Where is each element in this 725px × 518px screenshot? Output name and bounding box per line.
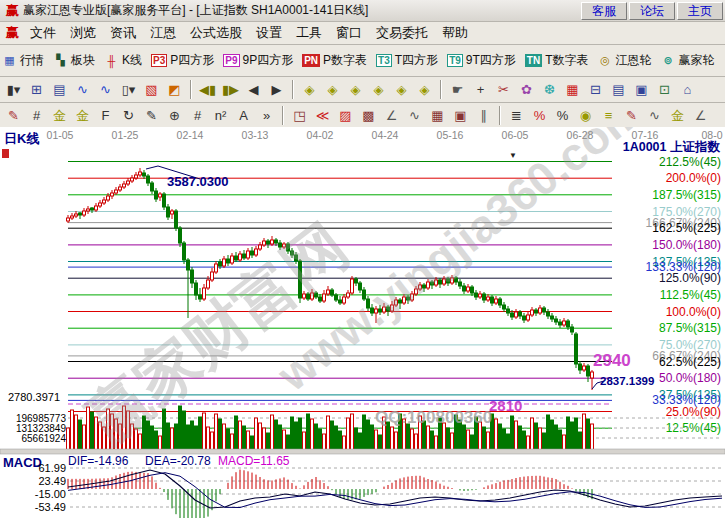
percent-line-icon[interactable]: %: [529, 105, 550, 125]
volume-bar-2: [75, 415, 78, 450]
system-icon[interactable]: ⌂: [677, 80, 698, 100]
spiral-icon[interactable]: ↻: [118, 105, 139, 125]
calendar-icon[interactable]: ▦: [562, 80, 583, 100]
time-cycle-icon[interactable]: ⊕: [164, 105, 185, 125]
percent-icon[interactable]: %: [552, 105, 573, 125]
zoom-tool-4-icon[interactable]: ◈: [368, 80, 389, 100]
window-split-icon[interactable]: ⊞: [26, 80, 47, 100]
toolbar-item-t-number-table[interactable]: TNT数字表: [525, 52, 589, 69]
more-tools-icon[interactable]: »: [256, 105, 277, 125]
n-square-icon[interactable]: n²: [210, 105, 231, 125]
prev-bar-icon[interactable]: ◀: [243, 80, 264, 100]
menu-item-1[interactable]: 浏览: [63, 22, 103, 44]
ladder-icon[interactable]: #: [26, 105, 47, 125]
grid-tool-icon[interactable]: #: [187, 105, 208, 125]
shape-tool-icon[interactable]: ✿: [516, 80, 537, 100]
parallel-lines-icon[interactable]: ∥: [473, 105, 494, 125]
date-label-5: 04-24: [372, 129, 399, 141]
zoom-tool-2-icon[interactable]: ◈: [322, 80, 343, 100]
trend-chart-icon[interactable]: ∿: [72, 80, 93, 100]
menu-item-4[interactable]: 公式选股: [183, 22, 249, 44]
candle-body-100: [467, 287, 470, 291]
save-icon[interactable]: ▣: [631, 80, 652, 100]
zoom-tool-6-icon[interactable]: ◈: [414, 80, 435, 100]
last-bar-icon[interactable]: ▮▶: [220, 80, 241, 100]
wave-line-icon[interactable]: ∿: [404, 105, 425, 125]
text-tool-icon[interactable]: A: [233, 105, 254, 125]
crosshair-tool-icon[interactable]: +: [470, 80, 491, 100]
stat-bars-icon[interactable]: ≣: [506, 105, 527, 125]
gann-fan-icon[interactable]: ≪: [312, 105, 333, 125]
toolbar-item-yingjia-wheel[interactable]: ⊚赢家轮: [661, 52, 715, 69]
angle-line-icon[interactable]: ∠: [381, 105, 402, 125]
volume-bar-59: [303, 432, 306, 450]
draw-pen-icon[interactable]: ✎: [3, 105, 24, 125]
kline-chart-svg[interactable]: 01-0501-2502-1403-1304-0204-2405-1606-05…: [0, 127, 725, 518]
t-number-table-label: T数字表: [545, 52, 588, 69]
gann-line-label-16: 50.0%(180): [659, 371, 721, 385]
menu-item-5[interactable]: 设置: [249, 22, 289, 44]
menu-item-9[interactable]: 帮助: [435, 22, 475, 44]
toolbar-item-quotes[interactable]: ▦行情: [2, 52, 44, 69]
first-bar-icon[interactable]: ◀▮: [197, 80, 218, 100]
gold-pen-icon[interactable]: ✎: [621, 105, 642, 125]
next-bar-icon[interactable]: ▶: [266, 80, 287, 100]
export-icon[interactable]: ⊡: [654, 80, 675, 100]
fan-grid-icon[interactable]: ▩: [358, 105, 379, 125]
menu-item-0[interactable]: 文件: [23, 22, 63, 44]
fan-box-icon[interactable]: ▨: [335, 105, 356, 125]
volume-bar-114: [523, 431, 526, 450]
calculator-icon[interactable]: ⊟: [585, 80, 606, 100]
grid-dense-icon[interactable]: ▦: [427, 105, 448, 125]
analysis-tool-icon[interactable]: ❆: [539, 80, 560, 100]
hand-tool-icon[interactable]: ☛: [447, 80, 468, 100]
volume-bar-111: [511, 416, 514, 450]
zoom-tool-5-icon[interactable]: ◈: [391, 80, 412, 100]
home-button[interactable]: 主页: [677, 2, 723, 20]
toolbar-item-9p-square[interactable]: P99P四方形: [223, 52, 293, 69]
gold-section-icon[interactable]: 金: [667, 105, 688, 125]
angle-tool-icon[interactable]: ∠: [690, 105, 711, 125]
forum-button[interactable]: 论坛: [629, 2, 675, 20]
notes-icon[interactable]: ▤: [608, 80, 629, 100]
gold-wave-icon[interactable]: ∿: [644, 105, 665, 125]
menu-item-7[interactable]: 窗口: [329, 22, 369, 44]
gold-ladder-1-icon[interactable]: 金: [49, 105, 70, 125]
candle-body-4: [83, 211, 86, 215]
color-chart-icon[interactable]: ◩: [164, 80, 185, 100]
trend-chart-9-icon[interactable]: ∿: [95, 80, 116, 100]
chart-area[interactable]: 01-0501-2502-1403-1304-0204-2405-1606-05…: [0, 127, 725, 518]
menu-item-8[interactable]: 交易委托: [369, 22, 435, 44]
toolbar-item-gann-wheel[interactable]: ◎江恩轮: [598, 52, 652, 69]
volume-bar-70: [347, 418, 350, 450]
info-board-icon[interactable]: ▤: [49, 80, 70, 100]
macd-scale-label-1: 23.49: [38, 475, 66, 487]
menu-item-6[interactable]: 工具: [289, 22, 329, 44]
pattern-tool-icon[interactable]: ▧: [141, 80, 162, 100]
customer-service-button[interactable]: 客服: [581, 2, 627, 20]
grid-box-icon[interactable]: ▣: [450, 105, 471, 125]
menu-item-2[interactable]: 资讯: [103, 22, 143, 44]
toolbar-item-p-number-table[interactable]: PNP数字表: [302, 52, 367, 69]
candle-body-6: [91, 208, 94, 210]
toolbar-item-p-square[interactable]: P3P四方形: [151, 52, 214, 69]
gold-ladder-2-icon[interactable]: 金: [72, 105, 93, 125]
volume-bar-58: [299, 418, 302, 450]
gann-box-icon[interactable]: ◳: [289, 105, 310, 125]
volume-bar-92: [435, 436, 438, 450]
gold-lines-icon[interactable]: ≡: [598, 105, 619, 125]
zoom-tool-3-icon[interactable]: ◈: [345, 80, 366, 100]
date-label-7: 06-05: [502, 129, 529, 141]
toolbar-item-9t-square[interactable]: T99T四方形: [447, 52, 516, 69]
zoom-tool-1-icon[interactable]: ◈: [299, 80, 320, 100]
toolbar-item-kline[interactable]: ╫K线: [104, 52, 142, 69]
candle-style-dropdown-icon[interactable]: ▯▾: [118, 80, 139, 100]
kline-period-dropdown-icon[interactable]: ▮▾: [3, 80, 24, 100]
toolbar-item-t-square[interactable]: T3T四方形: [376, 52, 438, 69]
menu-item-3[interactable]: 江恩: [143, 22, 183, 44]
cut-tool-icon[interactable]: ✂: [493, 80, 514, 100]
mark-pen-icon[interactable]: ✎: [141, 105, 162, 125]
f-ladder-icon[interactable]: F: [95, 105, 116, 125]
gold-circle-icon[interactable]: ◉: [575, 105, 596, 125]
toolbar-item-sectors[interactable]: ▚板块: [53, 52, 95, 69]
